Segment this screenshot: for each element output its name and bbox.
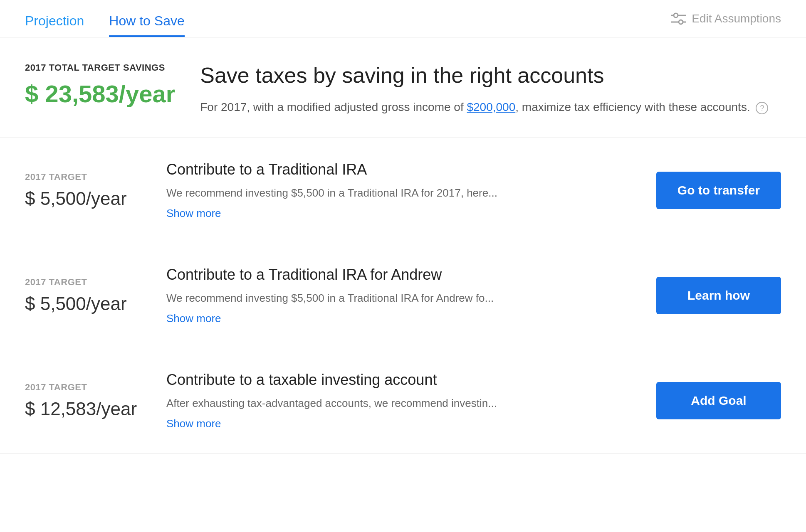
- account-rows: 2017 TARGET $ 5,500/year Contribute to a…: [0, 138, 806, 453]
- account-description-1: We recommend investing $5,500 in a Tradi…: [166, 290, 623, 306]
- action-button-1[interactable]: Learn how: [656, 277, 781, 314]
- action-button-0[interactable]: Go to transfer: [656, 172, 781, 209]
- tab-projection[interactable]: Projection: [25, 13, 84, 37]
- svg-point-3: [679, 20, 683, 24]
- show-more-link-1[interactable]: Show more: [166, 312, 221, 325]
- hero-left: 2017 TOTAL TARGET SAVINGS $ 23,583/year: [25, 62, 175, 117]
- page-container: Projection How to Save Edit Assumptions …: [0, 0, 806, 453]
- action-button-2[interactable]: Add Goal: [656, 382, 781, 419]
- hero-amount: $ 23,583/year: [25, 80, 175, 108]
- account-amount-1: $ 5,500/year: [25, 293, 141, 314]
- hero-desc-after: , maximize tax efficiency with these acc…: [515, 101, 750, 113]
- hero-section: 2017 TOTAL TARGET SAVINGS $ 23,583/year …: [0, 37, 806, 138]
- hero-right: Save taxes by saving in the right accoun…: [200, 62, 781, 117]
- account-description-0: We recommend investing $5,500 in a Tradi…: [166, 185, 623, 201]
- account-amount-2: $ 12,583/year: [25, 399, 141, 419]
- account-left-2: 2017 TARGET $ 12,583/year: [25, 382, 141, 419]
- account-target-label-1: 2017 TARGET: [25, 277, 141, 288]
- svg-point-1: [674, 13, 678, 17]
- account-right-2: Add Goal: [648, 382, 781, 419]
- info-icon[interactable]: ?: [756, 102, 768, 114]
- account-center-1: Contribute to a Traditional IRA for Andr…: [166, 266, 623, 325]
- show-more-link-0[interactable]: Show more: [166, 207, 221, 219]
- edit-assumptions-label: Edit Assumptions: [692, 12, 781, 25]
- hero-target-label: 2017 TOTAL TARGET SAVINGS: [25, 62, 175, 73]
- account-title-0: Contribute to a Traditional IRA: [166, 161, 623, 178]
- account-title-2: Contribute to a taxable investing accoun…: [166, 371, 623, 389]
- edit-assumptions-button[interactable]: Edit Assumptions: [670, 12, 781, 25]
- hero-income-link[interactable]: $200,000: [467, 101, 515, 113]
- account-title-1: Contribute to a Traditional IRA for Andr…: [166, 266, 623, 283]
- hero-description: For 2017, with a modified adjusted gross…: [200, 98, 781, 117]
- hero-title: Save taxes by saving in the right accoun…: [200, 62, 781, 88]
- account-left-0: 2017 TARGET $ 5,500/year: [25, 172, 141, 209]
- hero-desc-before: For 2017, with a modified adjusted gross…: [200, 101, 467, 113]
- show-more-link-2[interactable]: Show more: [166, 417, 221, 430]
- tabs-left: Projection How to Save: [25, 0, 185, 37]
- account-description-2: After exhausting tax-advantaged accounts…: [166, 395, 623, 411]
- account-target-label-0: 2017 TARGET: [25, 172, 141, 182]
- account-amount-0: $ 5,500/year: [25, 188, 141, 209]
- account-right-0: Go to transfer: [648, 172, 781, 209]
- account-row: 2017 TARGET $ 5,500/year Contribute to a…: [0, 138, 806, 243]
- account-row: 2017 TARGET $ 12,583/year Contribute to …: [0, 348, 806, 453]
- account-center-2: Contribute to a taxable investing accoun…: [166, 371, 623, 430]
- tabs-header: Projection How to Save Edit Assumptions: [0, 0, 806, 37]
- account-left-1: 2017 TARGET $ 5,500/year: [25, 277, 141, 314]
- account-center-0: Contribute to a Traditional IRA We recom…: [166, 161, 623, 220]
- account-target-label-2: 2017 TARGET: [25, 382, 141, 393]
- account-row: 2017 TARGET $ 5,500/year Contribute to a…: [0, 243, 806, 348]
- sliders-icon: [670, 12, 687, 25]
- tab-how-to-save[interactable]: How to Save: [109, 13, 184, 37]
- account-right-1: Learn how: [648, 277, 781, 314]
